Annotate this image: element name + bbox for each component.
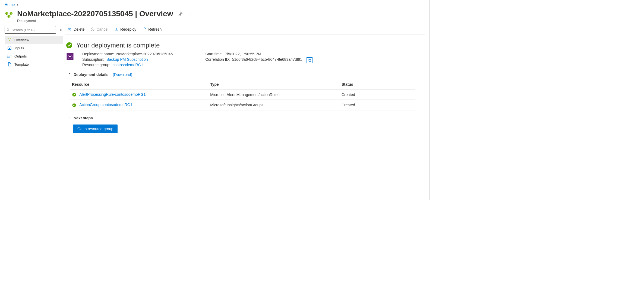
- sidebar: « Overview Inputs Outputs Template: [0, 26, 63, 133]
- col-type: Type: [208, 79, 339, 90]
- next-steps-toggle[interactable]: ⌃ Next steps: [65, 110, 425, 123]
- search-input[interactable]: [12, 28, 54, 32]
- cubes-icon: [7, 38, 12, 42]
- nav-item-template[interactable]: Template: [5, 60, 63, 68]
- start-time-label: Start time:: [205, 52, 223, 56]
- copy-button[interactable]: [307, 57, 312, 63]
- breadcrumb-home-link[interactable]: Home: [5, 2, 15, 7]
- search-icon: [7, 28, 10, 32]
- svg-point-0: [7, 29, 9, 30]
- status-banner: Your deployment is complete: [65, 34, 425, 52]
- resource-link[interactable]: AlertProcessingRule-contosodemoRG1: [79, 92, 146, 97]
- toolbar: Delete Cancel Redeploy Refresh: [65, 26, 425, 34]
- cancel-button: Cancel: [90, 27, 108, 31]
- start-time-value: 7/5/2022, 1:50:55 PM: [225, 52, 261, 56]
- redeploy-icon: [114, 27, 119, 31]
- deployment-details: {✦} Deployment name: NoMarketplace-20220…: [65, 52, 425, 67]
- col-status: Status: [339, 79, 415, 90]
- resource-status: Created: [339, 90, 415, 100]
- copy-icon: [308, 58, 311, 62]
- trash-icon: [68, 27, 72, 31]
- success-icon: [66, 42, 72, 49]
- page-header: NoMarketplace-20220705135045 | Overview …: [0, 8, 429, 26]
- deployment-cubes-icon: [5, 11, 13, 19]
- resource-status: Created: [339, 100, 415, 110]
- success-icon: [72, 103, 76, 107]
- redeploy-button[interactable]: Redeploy: [114, 27, 136, 31]
- col-resource: Resource: [70, 79, 208, 90]
- correlation-id-label: Correlation ID:: [205, 57, 230, 63]
- subscription-label: Subscription:: [82, 57, 104, 62]
- page-subtitle: Deployment: [17, 19, 193, 23]
- outputs-icon: [7, 54, 12, 58]
- svg-point-5: [8, 57, 8, 57]
- deployment-name-value: NoMarketplace-20220705135045: [116, 52, 173, 56]
- chevron-up-icon: ⌃: [68, 116, 71, 120]
- template-icon: [7, 62, 12, 66]
- resource-type: Microsoft.AlertsManagement/actionRules: [208, 90, 339, 100]
- status-heading: Your deployment is complete: [76, 42, 160, 49]
- nav-label-template: Template: [14, 62, 29, 66]
- correlation-id-value: 51d6f3a6-82c8-4bc5-8647-8e683a47df91: [232, 57, 302, 63]
- resource-group-link[interactable]: contosodemoRG1: [113, 63, 143, 67]
- nav-label-inputs: Inputs: [14, 46, 24, 50]
- nav-item-outputs[interactable]: Outputs: [5, 52, 63, 60]
- more-icon[interactable]: ···: [188, 11, 193, 17]
- nav-item-overview[interactable]: Overview: [5, 36, 63, 44]
- nav-label-outputs: Outputs: [14, 54, 27, 58]
- chevron-up-icon: ⌃: [68, 73, 71, 76]
- svg-text:{✦}: {✦}: [67, 55, 72, 59]
- deployment-name-label: Deployment name:: [82, 52, 114, 56]
- collapse-sidebar-icon[interactable]: «: [59, 28, 63, 32]
- arm-template-icon: {✦}: [66, 52, 74, 60]
- deployment-details-toggle[interactable]: ⌃ Deployment details (Download): [65, 67, 425, 79]
- inputs-icon: [7, 46, 12, 50]
- main-pane: Delete Cancel Redeploy Refresh Your depl…: [63, 26, 429, 133]
- svg-line-7: [91, 28, 94, 30]
- search-box[interactable]: [5, 26, 56, 34]
- svg-rect-11: [309, 60, 311, 62]
- nav-label-overview: Overview: [14, 38, 29, 42]
- subscription-link[interactable]: Backup PM Subscription: [106, 57, 148, 62]
- resource-type: Microsoft.Insights/actionGroups: [208, 100, 339, 110]
- deployment-details-header: Deployment details: [74, 72, 108, 77]
- page-title: NoMarketplace-20220705135045 | Overview: [17, 9, 173, 18]
- resource-group-label: Resource group:: [82, 63, 111, 67]
- resource-link[interactable]: ActionGroup-contosodemoRG1: [79, 103, 132, 107]
- refresh-button[interactable]: Refresh: [142, 27, 162, 31]
- nav-item-inputs[interactable]: Inputs: [5, 44, 63, 52]
- chevron-right-icon: ›: [17, 2, 18, 7]
- success-icon: [72, 92, 76, 97]
- cancel-icon: [90, 27, 95, 31]
- breadcrumb: Home ›: [0, 0, 429, 8]
- svg-point-4: [8, 56, 8, 56]
- resources-table: Resource Type Status AlertProcessingRule…: [70, 79, 415, 110]
- download-link[interactable]: (Download): [113, 72, 132, 77]
- table-row[interactable]: AlertProcessingRule-contosodemoRG1 Micro…: [70, 90, 415, 100]
- table-row[interactable]: ActionGroup-contosodemoRG1 Microsoft.Ins…: [70, 100, 415, 110]
- pin-icon[interactable]: [178, 11, 183, 16]
- go-to-resource-group-button[interactable]: Go to resource group: [73, 125, 118, 133]
- refresh-icon: [142, 27, 147, 31]
- nav-list: Overview Inputs Outputs Template: [5, 36, 63, 68]
- svg-line-1: [9, 30, 10, 31]
- svg-point-3: [8, 55, 8, 55]
- delete-button[interactable]: Delete: [68, 27, 84, 31]
- next-steps-header: Next steps: [74, 116, 93, 120]
